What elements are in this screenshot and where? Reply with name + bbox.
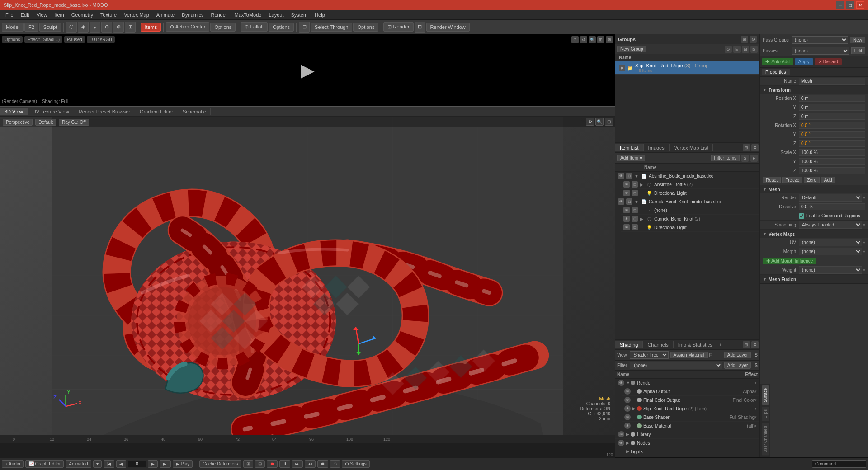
menu-animate[interactable]: Animate [153, 11, 178, 19]
item-vis-cn2[interactable]: ⊡ [632, 207, 638, 213]
item-vis-dl3[interactable]: 👁 [623, 224, 630, 230]
tool-icon-1[interactable]: ⬡ [66, 22, 77, 33]
options2-button[interactable]: Options [269, 23, 294, 32]
mesh-fusion-section-header[interactable]: ▼ Mesh Fusion [760, 275, 868, 283]
item-vis-ck2[interactable]: ⊡ [632, 216, 638, 222]
strip-tab-clips[interactable]: Clips [762, 407, 769, 421]
minimize-button[interactable]: ─ [836, 1, 844, 9]
menu-help[interactable]: Help [311, 11, 329, 19]
shading-icon-settings[interactable]: ⚙ [751, 341, 759, 348]
tab-vertex-map-list[interactable]: Vertex Map List [670, 144, 713, 151]
shader-vis-render[interactable]: 👁 [618, 380, 624, 386]
prop-position-x-input[interactable] [799, 95, 865, 102]
item-directional-light-1[interactable]: 👁 ⊡ ▶ 💡 Directional Light [621, 189, 760, 197]
groups-tb-icon-2[interactable]: ⊟ [733, 46, 741, 53]
tab-schematic[interactable]: Schematic [178, 108, 211, 115]
transport-icon-2[interactable]: ⊟ [255, 460, 265, 468]
pass-groups-new-button[interactable]: New [850, 37, 865, 43]
item-vis-ck1[interactable]: 👁 [623, 216, 630, 222]
play-button[interactable]: ▶ Play [173, 460, 193, 468]
item-vis-dl4[interactable]: ⊡ [632, 224, 638, 230]
shader-final-color[interactable]: 👁 ▶ Final Color Output Final Color ▾ [622, 396, 760, 404]
shader-nodes[interactable]: 👁 ▶ Nodes [615, 439, 760, 447]
vp-perspective-button[interactable]: Perspective [3, 119, 33, 126]
item-vis-ab2[interactable]: ⊡ [632, 181, 638, 188]
shader-expand-nodes[interactable]: ▶ [626, 441, 631, 445]
item-expand-ab[interactable]: ▶ [640, 182, 644, 187]
shading-icon-expand[interactable]: ⊞ [743, 341, 750, 348]
prop-rotation-x-input[interactable] [799, 122, 865, 129]
falloff-button[interactable]: ⊙ Falloff [241, 22, 268, 32]
item-directional-light-2[interactable]: 👁 ⊡ ▶ 💡 Directional Light [621, 223, 760, 232]
item-list-P-icon[interactable]: P [750, 155, 758, 162]
groups-tb-icon-3[interactable]: ⊞ [742, 46, 749, 53]
vertex-maps-section-header[interactable]: ▼ Vertex Maps [760, 230, 868, 238]
item-list-icon-expand[interactable]: ⊞ [743, 144, 750, 151]
vp-search-icon[interactable]: 🔍 [595, 118, 604, 126]
transform-section-header[interactable]: ▼ Transform [760, 86, 868, 94]
new-group-button[interactable]: New Group [617, 46, 646, 52]
transport-icon-4[interactable]: ⏭ [292, 460, 303, 468]
filter-items-button[interactable]: Filter Items [711, 155, 740, 161]
prop-position-y-input[interactable] [799, 104, 865, 111]
group-item-slip-knot[interactable]: ▶ 📁 Slip_Knot_Red_Rope (3) - Group 5 Ite… [615, 61, 760, 75]
item-carrick-file[interactable]: 👁 ⊡ ▼ 📄 Carrick_Bend_Knot_modo_base.lxo [615, 197, 760, 206]
current-frame-input[interactable] [128, 461, 146, 467]
mode-sculpt-button[interactable]: Sculpt [39, 23, 61, 32]
item-vis-cf1[interactable]: 👁 [618, 198, 624, 205]
item-list-icon-settings[interactable]: ⚙ [751, 144, 759, 151]
shader-vis-bm[interactable]: 👁 [624, 423, 631, 429]
goto-start-button[interactable]: |◀ [104, 460, 115, 468]
menu-maxtomodo[interactable]: MaxToModo [231, 11, 265, 19]
prop-rotation-z-input[interactable] [799, 140, 865, 147]
item-list-S-icon[interactable]: S [741, 155, 749, 162]
prop-scale-z-input[interactable] [799, 167, 865, 174]
items-button[interactable]: Items [141, 23, 161, 32]
goto-end-button[interactable]: ▶| [160, 460, 171, 468]
groups-expand-icon[interactable]: ⊞ [741, 36, 748, 43]
shader-library[interactable]: 👁 ▶ Library [615, 430, 760, 439]
shader-vis-bs[interactable]: 👁 [624, 414, 631, 420]
add-morph-influence-button[interactable]: ✚ Add Morph Influence [763, 258, 816, 264]
render-icon-4[interactable]: ⊞ [597, 36, 604, 43]
transport-icon-5[interactable]: ⏮ [305, 460, 316, 468]
tab-shading[interactable]: Shading [615, 341, 643, 348]
shader-base-shader[interactable]: 👁 ▶ Base Shader Full Shading ▾ [622, 413, 760, 422]
add-item-button[interactable]: Add Item ▾ [617, 155, 645, 161]
mode-f2-button[interactable]: F2 [24, 23, 38, 32]
tool-icon-4[interactable]: ⊕ [101, 22, 112, 33]
item-absinthe-bottle[interactable]: 👁 ⊡ ▶ ⬡ Absinthe_Bottle (2) [621, 180, 760, 189]
shader-expand-sk[interactable]: ▶ [632, 406, 637, 411]
menu-vertex-map[interactable]: Vertex Map [120, 11, 153, 19]
groups-tb-icon-1[interactable]: ⊙ [725, 46, 732, 53]
record-button[interactable]: ⏺ [267, 460, 278, 468]
render-button[interactable]: ⊡ Render [383, 22, 413, 32]
item-carrick-none[interactable]: 👁 ⊡ ▶ · (none) [621, 206, 760, 215]
tab-3d-view[interactable]: 3D View [0, 108, 28, 115]
tool-icon-6[interactable]: ⊞ [125, 22, 136, 33]
vp-raygl-button[interactable]: Ray GL: Off [59, 119, 89, 126]
shader-expand-lib[interactable]: ▶ [626, 432, 631, 437]
select-through-button[interactable]: Select Through [311, 23, 352, 32]
strip-tab-user-channels[interactable]: User Channels [762, 423, 769, 456]
close-button[interactable]: ✕ [856, 1, 864, 9]
menu-view[interactable]: View [33, 11, 51, 19]
shader-render[interactable]: 👁 ▼ Render ▾ [615, 379, 760, 387]
item-vis-dl2[interactable]: ⊡ [632, 190, 638, 196]
audio-button[interactable]: ♪ Audio [2, 460, 24, 468]
render-icon[interactable]: ⊟ [415, 22, 425, 33]
menu-file[interactable]: File [2, 11, 17, 19]
tab-images[interactable]: Images [644, 144, 670, 151]
menu-item[interactable]: Item [51, 11, 67, 19]
vp-maximize-icon[interactable]: ⊞ [605, 118, 613, 126]
command-input[interactable]: Command [812, 460, 866, 468]
cache-deformers-button[interactable]: Cache Deformers [199, 460, 241, 468]
options1-button[interactable]: Options [210, 23, 236, 32]
groups-settings-icon[interactable]: ⚙ [750, 36, 757, 43]
add-layer-button-2[interactable]: Add Layer [724, 362, 751, 369]
shader-environments[interactable]: ▶ Environments [615, 456, 760, 457]
group-expand-icon[interactable]: ▶ [619, 65, 625, 71]
item-vis-ab1[interactable]: 👁 [623, 181, 630, 188]
apply-button[interactable]: Apply [795, 58, 813, 65]
item-vis-dl1[interactable]: 👁 [623, 190, 630, 196]
